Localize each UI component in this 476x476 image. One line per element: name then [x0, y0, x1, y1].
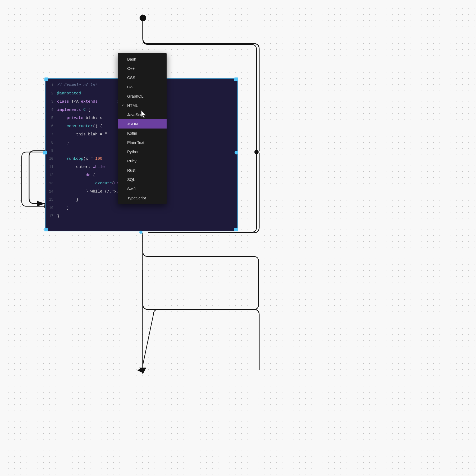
dropdown-item-bash[interactable]: Bash [118, 54, 167, 64]
svg-marker-8 [139, 368, 146, 374]
dropdown-item-python[interactable]: Python [118, 147, 167, 156]
dropdown-item-graphql[interactable]: GraphQL [118, 91, 167, 101]
dropdown-item-css[interactable]: CSS [118, 73, 167, 82]
svg-point-4 [140, 15, 146, 21]
dropdown-item-rust[interactable]: Rust [118, 166, 167, 175]
language-dropdown: Bash C++ CSS Go GraphQL HTML JavaScript … [118, 53, 167, 204]
handle-bottom-left[interactable] [44, 228, 48, 231]
handle-top-left[interactable] [44, 77, 48, 81]
svg-point-5 [254, 150, 259, 154]
dropdown-item-kotlin[interactable]: Kotlin [118, 129, 167, 138]
code-line-17: 17 } [45, 212, 237, 220]
dropdown-item-typescript[interactable]: TypeScript [118, 193, 167, 203]
dropdown-item-json[interactable]: JSON [118, 119, 167, 129]
svg-point-0 [140, 15, 146, 21]
code-line-16: 16 } [45, 204, 237, 212]
dropdown-item-cpp[interactable]: C++ [118, 64, 167, 73]
handle-top-right[interactable] [234, 77, 238, 81]
dropdown-item-plaintext[interactable]: Plain Text [118, 138, 167, 147]
handle-mid-left[interactable] [43, 151, 47, 154]
handle-mid-right[interactable] [235, 151, 238, 154]
connection-dot-bottom [139, 231, 143, 234]
dropdown-item-ruby[interactable]: Ruby [118, 156, 167, 166]
dropdown-item-sql[interactable]: SQL [118, 175, 167, 184]
dropdown-item-go[interactable]: Go [118, 82, 167, 91]
handle-bottom-right[interactable] [234, 228, 238, 231]
dropdown-item-javascript[interactable]: JavaScript [118, 110, 167, 119]
dropdown-item-html[interactable]: HTML [118, 101, 167, 110]
dropdown-item-swift[interactable]: Swift [118, 184, 167, 193]
